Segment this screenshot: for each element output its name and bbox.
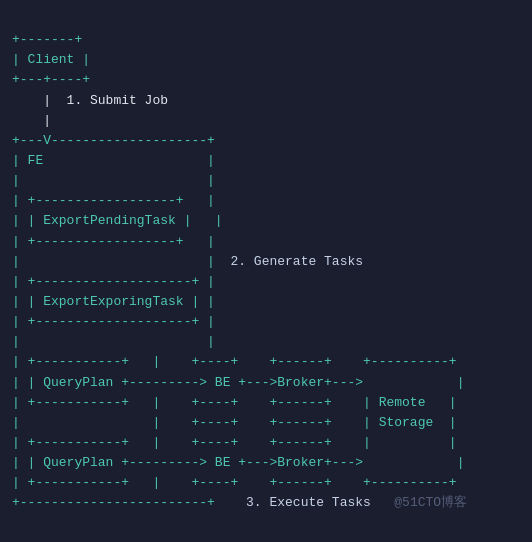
terminal-window: +-------+ | Client | +---+----+ | 1. Sub… <box>0 0 532 542</box>
line-7: | FE | <box>12 153 215 168</box>
line-9: | +------------------+ | <box>12 193 215 208</box>
line-23: | +-----------+ | +----+ +------+ +-----… <box>12 475 457 490</box>
line-4: | 1. Submit Job <box>12 93 168 108</box>
line-8: | | <box>12 173 215 188</box>
line-12: | | 2. Generate Tasks <box>12 254 363 269</box>
line-6: +---V--------------------+ <box>12 133 215 148</box>
line-19: | +-----------+ | +----+ +------+ | Remo… <box>12 395 457 410</box>
line-14: | | ExportExporingTask | | <box>12 294 215 309</box>
line-21: | +-----------+ | +----+ +------+ | | <box>12 435 457 450</box>
line-20: | | +----+ +------+ | Storage | <box>12 415 457 430</box>
line-5: | <box>12 113 51 128</box>
line-18: | | QueryPlan +---------> BE +--->Broker… <box>12 375 464 390</box>
line-1: +-------+ <box>12 32 82 47</box>
line-10: | | ExportPendingTask | | <box>12 213 223 228</box>
line-16: | | <box>12 334 215 349</box>
line-2: | Client | <box>12 52 90 67</box>
line-17: | +-----------+ | +----+ +------+ +-----… <box>12 354 457 369</box>
line-3: +---+----+ <box>12 72 90 87</box>
line-13: | +--------------------+ | <box>12 274 215 289</box>
line-15: | +--------------------+ | <box>12 314 215 329</box>
line-22: | | QueryPlan +---------> BE +--->Broker… <box>12 455 464 470</box>
line-11: | +------------------+ | <box>12 234 215 249</box>
line-24: +------------------------+ 3. Execute Ta… <box>12 495 467 510</box>
